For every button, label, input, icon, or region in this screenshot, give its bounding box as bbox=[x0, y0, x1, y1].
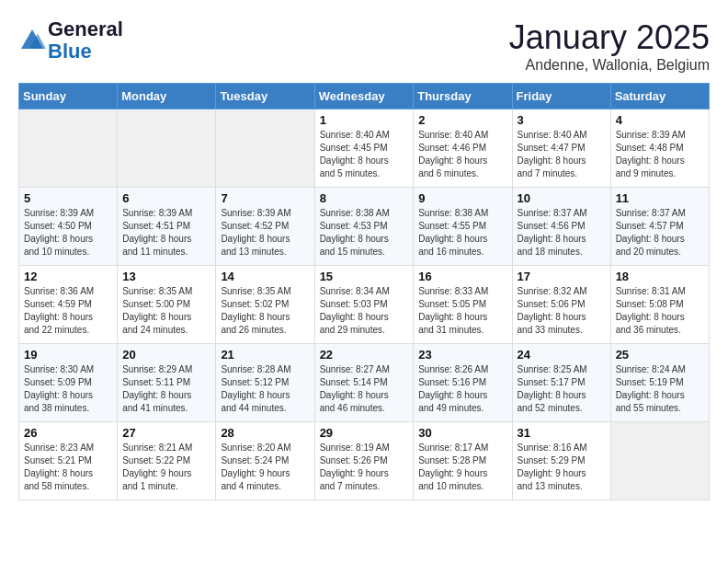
day-number: 22 bbox=[320, 348, 409, 362]
logo-icon bbox=[18, 27, 46, 54]
calendar-cell: 29Sunrise: 8:19 AM Sunset: 5:26 PM Dayli… bbox=[314, 422, 414, 500]
calendar-cell: 16Sunrise: 8:33 AM Sunset: 5:05 PM Dayli… bbox=[414, 266, 512, 344]
day-number: 10 bbox=[518, 191, 606, 205]
day-number: 29 bbox=[320, 426, 409, 440]
location: Andenne, Wallonia, Belgium bbox=[509, 57, 710, 74]
calendar-cell bbox=[610, 422, 709, 500]
day-number: 16 bbox=[418, 270, 506, 283]
day-info: Sunrise: 8:40 AM Sunset: 4:47 PM Dayligh… bbox=[518, 129, 606, 180]
day-info: Sunrise: 8:37 AM Sunset: 4:56 PM Dayligh… bbox=[518, 207, 606, 259]
day-info: Sunrise: 8:39 AM Sunset: 4:52 PM Dayligh… bbox=[221, 207, 309, 259]
day-info: Sunrise: 8:17 AM Sunset: 5:28 PM Dayligh… bbox=[418, 442, 506, 493]
day-number: 14 bbox=[221, 270, 309, 283]
day-info: Sunrise: 8:39 AM Sunset: 4:50 PM Dayligh… bbox=[24, 207, 112, 259]
calendar-cell: 31Sunrise: 8:16 AM Sunset: 5:29 PM Dayli… bbox=[512, 422, 610, 500]
day-number: 7 bbox=[221, 191, 309, 205]
title-area: January 2025 Andenne, Wallonia, Belgium bbox=[509, 18, 710, 74]
day-info: Sunrise: 8:16 AM Sunset: 5:29 PM Dayligh… bbox=[518, 442, 606, 493]
day-info: Sunrise: 8:30 AM Sunset: 5:09 PM Dayligh… bbox=[24, 363, 112, 415]
calendar-cell: 18Sunrise: 8:31 AM Sunset: 5:08 PM Dayli… bbox=[610, 266, 709, 344]
day-header-saturday: Saturday bbox=[610, 84, 709, 109]
day-info: Sunrise: 8:25 AM Sunset: 5:17 PM Dayligh… bbox=[518, 363, 606, 415]
page-header: GeneralBlue January 2025 Andenne, Wallon… bbox=[18, 18, 710, 74]
day-info: Sunrise: 8:40 AM Sunset: 4:45 PM Dayligh… bbox=[320, 129, 409, 180]
calendar-cell: 15Sunrise: 8:34 AM Sunset: 5:03 PM Dayli… bbox=[314, 266, 414, 344]
calendar-cell: 8Sunrise: 8:38 AM Sunset: 4:53 PM Daylig… bbox=[314, 188, 414, 266]
day-number: 23 bbox=[418, 348, 506, 362]
day-number: 25 bbox=[616, 348, 704, 362]
calendar-cell: 4Sunrise: 8:39 AM Sunset: 4:48 PM Daylig… bbox=[610, 109, 709, 188]
day-number: 17 bbox=[518, 270, 606, 283]
calendar-cell: 24Sunrise: 8:25 AM Sunset: 5:17 PM Dayli… bbox=[512, 344, 610, 422]
calendar-cell: 28Sunrise: 8:20 AM Sunset: 5:24 PM Dayli… bbox=[216, 422, 314, 500]
day-info: Sunrise: 8:39 AM Sunset: 4:51 PM Dayligh… bbox=[122, 207, 210, 259]
calendar-cell bbox=[19, 109, 118, 188]
calendar-cell bbox=[118, 109, 216, 188]
day-number: 13 bbox=[122, 270, 210, 283]
calendar-cell: 11Sunrise: 8:37 AM Sunset: 4:57 PM Dayli… bbox=[610, 188, 709, 266]
day-number: 21 bbox=[221, 348, 309, 362]
calendar-cell: 3Sunrise: 8:40 AM Sunset: 4:47 PM Daylig… bbox=[512, 109, 610, 188]
calendar-cell: 10Sunrise: 8:37 AM Sunset: 4:56 PM Dayli… bbox=[512, 188, 610, 266]
day-number: 27 bbox=[122, 426, 210, 440]
calendar-cell bbox=[216, 109, 314, 188]
day-info: Sunrise: 8:19 AM Sunset: 5:26 PM Dayligh… bbox=[320, 442, 409, 493]
calendar-cell: 12Sunrise: 8:36 AM Sunset: 4:59 PM Dayli… bbox=[19, 266, 118, 344]
day-info: Sunrise: 8:24 AM Sunset: 5:19 PM Dayligh… bbox=[616, 363, 704, 415]
day-number: 9 bbox=[418, 191, 506, 205]
day-info: Sunrise: 8:23 AM Sunset: 5:21 PM Dayligh… bbox=[24, 442, 112, 493]
day-info: Sunrise: 8:33 AM Sunset: 5:05 PM Dayligh… bbox=[418, 285, 506, 337]
day-number: 2 bbox=[418, 113, 506, 127]
calendar-cell: 20Sunrise: 8:29 AM Sunset: 5:11 PM Dayli… bbox=[118, 344, 216, 422]
calendar-week-row: 5Sunrise: 8:39 AM Sunset: 4:50 PM Daylig… bbox=[19, 188, 710, 266]
day-info: Sunrise: 8:37 AM Sunset: 4:57 PM Dayligh… bbox=[616, 207, 704, 259]
day-header-thursday: Thursday bbox=[414, 84, 512, 109]
calendar-cell: 2Sunrise: 8:40 AM Sunset: 4:46 PM Daylig… bbox=[414, 109, 512, 188]
day-header-friday: Friday bbox=[512, 84, 610, 109]
day-header-monday: Monday bbox=[118, 84, 216, 109]
day-info: Sunrise: 8:29 AM Sunset: 5:11 PM Dayligh… bbox=[122, 363, 210, 415]
day-number: 5 bbox=[24, 191, 112, 205]
day-number: 26 bbox=[24, 426, 112, 440]
calendar-cell: 19Sunrise: 8:30 AM Sunset: 5:09 PM Dayli… bbox=[19, 344, 118, 422]
day-info: Sunrise: 8:35 AM Sunset: 5:02 PM Dayligh… bbox=[221, 285, 309, 337]
day-number: 8 bbox=[320, 191, 409, 205]
day-info: Sunrise: 8:35 AM Sunset: 5:00 PM Dayligh… bbox=[122, 285, 210, 337]
day-number: 20 bbox=[122, 348, 210, 362]
day-number: 3 bbox=[518, 113, 606, 127]
day-info: Sunrise: 8:20 AM Sunset: 5:24 PM Dayligh… bbox=[221, 442, 309, 493]
calendar-cell: 5Sunrise: 8:39 AM Sunset: 4:50 PM Daylig… bbox=[19, 188, 118, 266]
calendar-cell: 13Sunrise: 8:35 AM Sunset: 5:00 PM Dayli… bbox=[118, 266, 216, 344]
calendar-cell: 22Sunrise: 8:27 AM Sunset: 5:14 PM Dayli… bbox=[314, 344, 414, 422]
day-header-sunday: Sunday bbox=[19, 84, 118, 109]
day-number: 1 bbox=[320, 113, 409, 127]
day-header-tuesday: Tuesday bbox=[216, 84, 314, 109]
day-number: 28 bbox=[221, 426, 309, 440]
calendar-cell: 21Sunrise: 8:28 AM Sunset: 5:12 PM Dayli… bbox=[216, 344, 314, 422]
day-info: Sunrise: 8:36 AM Sunset: 4:59 PM Dayligh… bbox=[24, 285, 112, 337]
month-title: January 2025 bbox=[509, 18, 710, 57]
calendar-week-row: 1Sunrise: 8:40 AM Sunset: 4:45 PM Daylig… bbox=[19, 109, 710, 188]
day-number: 19 bbox=[24, 348, 112, 362]
calendar-cell: 6Sunrise: 8:39 AM Sunset: 4:51 PM Daylig… bbox=[118, 188, 216, 266]
day-number: 30 bbox=[418, 426, 506, 440]
day-number: 24 bbox=[518, 348, 606, 362]
day-number: 12 bbox=[24, 270, 112, 283]
day-info: Sunrise: 8:38 AM Sunset: 4:53 PM Dayligh… bbox=[320, 207, 409, 259]
day-info: Sunrise: 8:28 AM Sunset: 5:12 PM Dayligh… bbox=[221, 363, 309, 415]
day-number: 18 bbox=[616, 270, 704, 283]
day-number: 11 bbox=[616, 191, 704, 205]
calendar-week-row: 12Sunrise: 8:36 AM Sunset: 4:59 PM Dayli… bbox=[19, 266, 710, 344]
calendar-cell: 30Sunrise: 8:17 AM Sunset: 5:28 PM Dayli… bbox=[414, 422, 512, 500]
day-number: 4 bbox=[616, 113, 704, 127]
logo-text: GeneralBlue bbox=[48, 18, 123, 63]
day-info: Sunrise: 8:27 AM Sunset: 5:14 PM Dayligh… bbox=[320, 363, 409, 415]
day-number: 31 bbox=[518, 426, 606, 440]
calendar-week-row: 26Sunrise: 8:23 AM Sunset: 5:21 PM Dayli… bbox=[19, 422, 710, 500]
day-info: Sunrise: 8:40 AM Sunset: 4:46 PM Dayligh… bbox=[418, 129, 506, 180]
day-info: Sunrise: 8:32 AM Sunset: 5:06 PM Dayligh… bbox=[518, 285, 606, 337]
day-info: Sunrise: 8:38 AM Sunset: 4:55 PM Dayligh… bbox=[418, 207, 506, 259]
calendar-header-row: SundayMondayTuesdayWednesdayThursdayFrid… bbox=[19, 84, 710, 109]
day-info: Sunrise: 8:39 AM Sunset: 4:48 PM Dayligh… bbox=[616, 129, 704, 180]
calendar-cell: 25Sunrise: 8:24 AM Sunset: 5:19 PM Dayli… bbox=[610, 344, 709, 422]
